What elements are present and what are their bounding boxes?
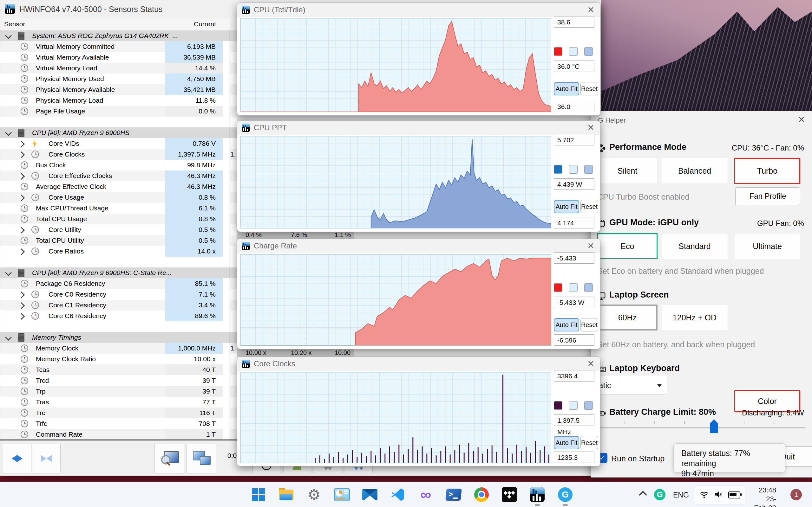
close-icon[interactable]: ✕ — [587, 359, 595, 369]
column-sensor[interactable]: Sensor — [4, 20, 26, 28]
sensor-row[interactable]: Bus Clock 99.8 MHz — [0, 160, 237, 170]
close-icon[interactable]: ✕ — [587, 241, 595, 251]
sensor-row[interactable]: Total CPU Usage 0.8 % — [0, 214, 237, 224]
chevron-right-icon[interactable] — [18, 141, 25, 147]
close-icon[interactable]: ✕ — [587, 123, 595, 133]
battery-limit-slider[interactable] — [595, 427, 805, 429]
reset-button[interactable]: Reset — [580, 200, 598, 213]
taskbar-button-control-panel[interactable] — [332, 485, 352, 505]
sensor-group-row[interactable]: System: ASUS ROG Zephyrus G14 GA402RK_..… — [0, 31, 237, 41]
sensor-row[interactable]: Trcd 39 T — [0, 375, 237, 386]
taskbar-button-settings[interactable]: ⚙ — [304, 485, 324, 505]
close-icon[interactable]: ✕ — [587, 5, 595, 15]
background-color-swatch[interactable] — [569, 165, 577, 174]
sensor-row[interactable]: Core Effective Clocks 46.3 MHz — [0, 170, 237, 181]
graph-titlebar[interactable]: CPU PPT✕ — [237, 121, 600, 135]
grid-color-swatch[interactable] — [584, 47, 593, 56]
taskbar-button-powershell[interactable]: > — [444, 485, 464, 505]
sensor-table-header[interactable]: Sensor Current — [0, 18, 230, 31]
taskbar-button-tidal[interactable] — [499, 485, 519, 505]
sensor-row[interactable]: Core C0 Residency 7.1 % — [0, 289, 237, 300]
sensor-row[interactable]: Core C1 Residency 3.4 % — [0, 300, 237, 311]
taskbar-button-chrome[interactable] — [471, 485, 492, 505]
close-icon[interactable]: ✕ — [798, 114, 805, 125]
sensor-row[interactable]: Memory Clock 1,000.0 MHz 1, — [0, 343, 237, 354]
reset-button[interactable]: Reset — [580, 82, 598, 95]
gpu-ultimate-button[interactable]: Ultimate — [734, 233, 800, 259]
slider-thumb[interactable] — [710, 419, 718, 433]
gpu-standard-button[interactable]: Standard — [661, 233, 728, 259]
chevron-right-icon[interactable] — [18, 291, 25, 298]
sensor-row[interactable]: Virtual Memory Committed 6,193 MB — [0, 41, 237, 52]
sensor-row[interactable]: Core Ratios 14.0 x — [0, 246, 237, 257]
sensor-row[interactable]: Trfc 708 T — [0, 418, 237, 429]
taskbar-button-visual-studio[interactable]: ∞ — [415, 485, 436, 505]
grid-color-swatch[interactable] — [584, 165, 593, 174]
taskbar-button-ghelper[interactable]: G — [555, 485, 575, 505]
chevron-down-icon[interactable] — [5, 334, 12, 341]
grid-color-swatch[interactable] — [584, 401, 593, 410]
background-color-swatch[interactable] — [569, 401, 577, 410]
sensor-row[interactable]: Tcas 40 T — [0, 364, 237, 375]
sensor-row[interactable]: Command Rate 1 T — [0, 429, 237, 440]
perf-silent-button[interactable]: Silent — [597, 158, 658, 184]
taskbar-button-explorer[interactable] — [276, 485, 296, 505]
series-color-swatch[interactable] — [554, 283, 562, 292]
sensor-row[interactable]: Page File Usage 0.0 % — [0, 106, 237, 117]
sensor-row[interactable]: Physical Memory Used 4,750 MB — [0, 73, 237, 84]
notification-badge[interactable]: 1 — [791, 489, 802, 500]
remote-monitoring-button[interactable] — [187, 444, 216, 473]
chevron-right-icon[interactable] — [18, 227, 25, 233]
background-color-swatch[interactable] — [569, 283, 577, 292]
background-color-swatch[interactable] — [569, 47, 577, 56]
series-color-swatch[interactable] — [554, 47, 562, 56]
grid-color-swatch[interactable] — [584, 283, 593, 292]
perf-turbo-button[interactable]: Turbo — [734, 158, 800, 184]
chevron-right-icon[interactable] — [18, 313, 25, 320]
reset-button[interactable]: Reset — [580, 436, 598, 449]
sensor-group-row[interactable]: CPU [#0]: AMD Ryzen 9 6900HS: C-State Re… — [0, 268, 237, 278]
gpu-eco-button[interactable]: Eco — [597, 233, 658, 259]
sensor-row[interactable]: Core C6 Residency 89.6 % — [0, 311, 237, 321]
refresh-120hz-button[interactable]: 120Hz + OD — [661, 304, 728, 331]
sensor-row[interactable]: Core Utility 0.5 % — [0, 224, 237, 235]
sensor-row[interactable]: Tras 77 T — [0, 397, 237, 407]
graph-titlebar[interactable]: Charge Rate✕ — [237, 239, 600, 253]
tray-chevron-icon[interactable] — [639, 491, 647, 499]
auto-fit-button[interactable]: Auto Fit — [554, 436, 579, 449]
screen-capture-button[interactable] — [154, 444, 184, 473]
chevron-down-icon[interactable] — [5, 269, 12, 276]
collapse-columns-button[interactable] — [32, 444, 61, 473]
perf-balanced-button[interactable]: Balanced — [661, 158, 728, 184]
auto-fit-button[interactable]: Auto Fit — [554, 82, 579, 95]
chevron-right-icon[interactable] — [18, 194, 25, 201]
sensor-row[interactable]: Virtual Memory Available 36,539 MB — [0, 52, 237, 63]
chevron-right-icon[interactable] — [18, 152, 25, 158]
chevron-right-icon[interactable] — [18, 173, 25, 180]
sensor-row[interactable]: Core VIDs 0.786 V — [0, 138, 237, 149]
sensor-group-row[interactable]: CPU [#0]: AMD Ryzen 9 6900HS — [0, 127, 237, 138]
refresh-60hz-button[interactable]: 60Hz — [597, 304, 658, 331]
sensor-group-row[interactable]: Memory Timings — [0, 332, 237, 343]
sensor-row[interactable]: Virtual Memory Load 14.4 % — [0, 63, 237, 73]
reset-button[interactable]: Reset — [580, 318, 598, 331]
sensor-row[interactable]: Core Clocks 1,397.5 MHz 1, — [0, 149, 237, 160]
taskbar-button-mail[interactable] — [360, 485, 380, 505]
chevron-down-icon[interactable] — [5, 32, 12, 39]
sensor-table[interactable]: System: ASUS ROG Zephyrus G14 GA402RK_..… — [0, 31, 237, 440]
graph-titlebar[interactable]: CPU (Tctl/Tdie)✕ — [237, 3, 600, 17]
taskbar-button-vscode[interactable] — [388, 485, 408, 505]
expand-columns-button[interactable] — [3, 444, 32, 473]
auto-fit-button[interactable]: Auto Fit — [554, 200, 579, 213]
sensor-row[interactable]: Total CPU Utility 0.5 % — [0, 235, 237, 246]
sensor-row[interactable]: Trc 116 T — [0, 407, 237, 418]
fan-profile-button[interactable]: Fan Profile — [735, 187, 800, 205]
graph-titlebar[interactable]: Core Clocks✕ — [237, 357, 600, 371]
series-color-swatch[interactable] — [554, 165, 562, 174]
sensor-row[interactable]: Physical Memory Available 35,421 MB — [0, 84, 237, 95]
taskbar-button-hwinfo[interactable] — [527, 485, 548, 505]
series-color-swatch[interactable] — [554, 401, 562, 410]
sensor-row[interactable]: Memory Clock Ratio 10.00 x — [0, 354, 237, 364]
chevron-right-icon[interactable] — [18, 302, 25, 309]
sensor-row[interactable]: Physical Memory Load 11.8 % — [0, 95, 237, 106]
